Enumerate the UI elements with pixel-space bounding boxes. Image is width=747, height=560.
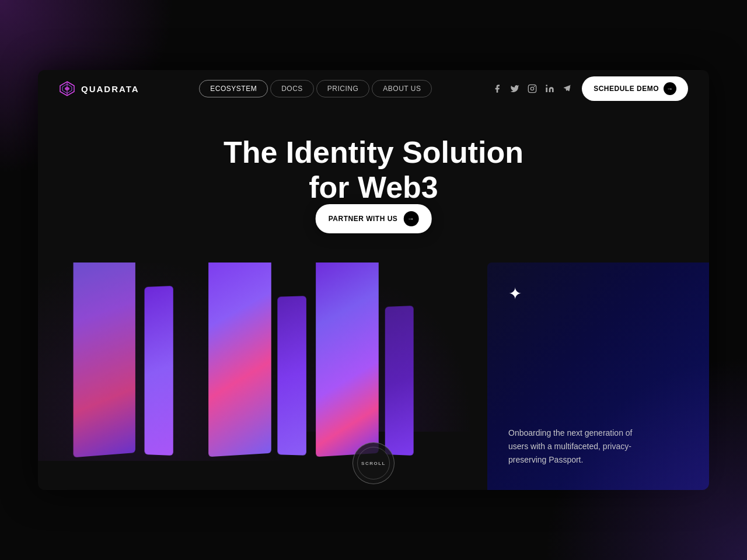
scroll-btn-inner: SCROLL [357, 447, 390, 480]
dark-info-panel: ✦ Onboarding the next generation of user… [487, 262, 709, 490]
svg-point-6 [530, 87, 533, 90]
schedule-demo-button[interactable]: SCHEDULE DEMO → [582, 76, 688, 101]
outer-frame: QUADRATA ECOSYSTEM DOCS PRICING ABOUT US [0, 0, 747, 560]
schedule-demo-arrow-icon: → [664, 82, 676, 95]
site-container: QUADRATA ECOSYSTEM DOCS PRICING ABOUT US [38, 70, 709, 490]
navbar: QUADRATA ECOSYSTEM DOCS PRICING ABOUT US [38, 70, 709, 107]
telegram-icon[interactable] [562, 83, 573, 94]
svg-point-7 [534, 86, 535, 87]
logo[interactable]: QUADRATA [59, 80, 139, 97]
panels-container [38, 262, 511, 455]
scroll-button[interactable]: SCROLL [352, 442, 395, 484]
nav-ecosystem[interactable]: ECOSYSTEM [199, 80, 268, 97]
panel-3 [208, 262, 271, 457]
svg-rect-5 [528, 85, 536, 92]
nav-docs[interactable]: DOCS [270, 80, 314, 97]
partner-with-us-button[interactable]: PARTNER WITH US → [316, 204, 432, 233]
panel-1 [74, 262, 135, 457]
scroll-label: SCROLL [361, 461, 386, 466]
panel-4 [277, 296, 306, 456]
nav-right: SCHEDULE DEMO → [492, 76, 688, 101]
twitter-icon[interactable] [509, 83, 520, 94]
linkedin-icon[interactable] [544, 83, 555, 94]
dark-panel-description: Onboarding the next generation of users … [508, 426, 648, 467]
svg-marker-2 [65, 86, 69, 91]
logo-icon [59, 80, 75, 97]
nav-pricing[interactable]: PRICING [316, 80, 370, 97]
svg-point-8 [546, 85, 547, 86]
social-icons [492, 83, 573, 94]
sparkle-icon: ✦ [508, 286, 688, 302]
hero-title: The Identity Solution for Web3 [224, 135, 523, 205]
panel-6 [385, 306, 414, 456]
panel-5 [316, 262, 379, 457]
nav-links: ECOSYSTEM DOCS PRICING ABOUT US [199, 80, 432, 97]
logo-text: QUADRATA [81, 84, 139, 94]
nav-about[interactable]: ABOUT US [372, 80, 432, 97]
facebook-icon[interactable] [492, 83, 502, 94]
instagram-icon[interactable] [527, 83, 537, 94]
visual-area: ✦ Onboarding the next generation of user… [38, 262, 709, 490]
partner-arrow-icon: → [403, 211, 418, 226]
panel-2 [145, 286, 173, 456]
